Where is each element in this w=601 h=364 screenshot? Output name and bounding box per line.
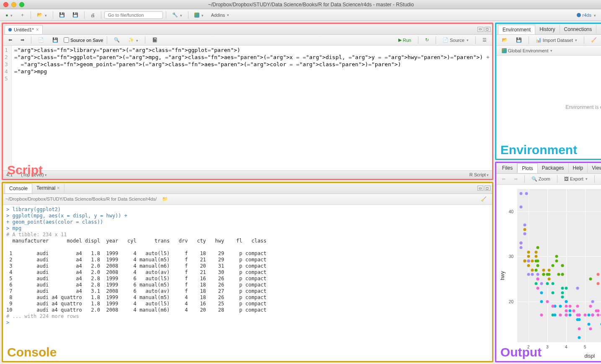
data-point xyxy=(565,287,567,289)
data-point xyxy=(519,192,522,195)
compile-report-button[interactable]: 📓 xyxy=(149,36,161,44)
clear-workspace-button[interactable]: 🧹 xyxy=(588,36,600,44)
scope-selector[interactable]: (Top Level) xyxy=(21,172,46,177)
data-point xyxy=(534,250,537,253)
data-point xyxy=(548,268,551,271)
window-title: ~/Dropbox/Dropbox/STUDY/Data Science/Boo… xyxy=(24,2,598,8)
data-point xyxy=(578,314,581,317)
plot-prev-button[interactable]: ⬅ xyxy=(499,175,508,183)
data-point xyxy=(527,260,530,263)
data-point xyxy=(534,282,537,285)
tab-plots[interactable]: Plots xyxy=(517,163,538,173)
project-selector[interactable]: r4ds xyxy=(574,12,598,18)
data-point xyxy=(531,268,534,271)
x-tick: 5 xyxy=(584,345,586,349)
back-button[interactable]: ⬅ xyxy=(5,36,15,44)
data-point xyxy=(565,309,567,312)
close-tab-button[interactable]: × xyxy=(36,27,39,33)
data-point xyxy=(561,264,564,267)
tab-git[interactable]: Git xyxy=(596,25,601,34)
plot-next-button[interactable]: ➡ xyxy=(511,175,521,183)
window-close-button[interactable] xyxy=(3,2,8,7)
data-point xyxy=(589,305,592,307)
load-workspace-button[interactable]: 📂 xyxy=(499,36,511,44)
r-env-icon xyxy=(502,48,507,53)
remove-plot-button[interactable]: ⊘ xyxy=(598,175,601,183)
tab-connections[interactable]: Connections xyxy=(560,25,597,34)
console-output[interactable]: > library(ggplot2) > ggplot(mpg, aes(x =… xyxy=(3,205,492,361)
tab-packages[interactable]: Packages xyxy=(538,163,569,173)
env-scope-selector[interactable]: Global Environment xyxy=(499,47,556,54)
export-button[interactable]: 🖼 Export xyxy=(561,175,591,183)
data-point xyxy=(568,309,571,312)
data-point xyxy=(589,278,592,281)
save-workspace-button[interactable]: 💾 xyxy=(513,36,525,44)
data-point xyxy=(546,282,549,285)
save-button[interactable]: 💾 xyxy=(56,11,68,19)
code-tools-button[interactable]: ✨ xyxy=(125,36,141,44)
source-file-tab[interactable]: Untitled1*× xyxy=(5,25,43,34)
r-project-icon xyxy=(577,13,581,17)
tab-terminal[interactable]: Terminal × xyxy=(32,183,64,193)
script-pane: Untitled1*× ▭ ◻ ⬅ ➡ 📄 💾 Source on Save 🔍… xyxy=(2,23,493,180)
source-on-save-checkbox[interactable]: Source on Save xyxy=(64,37,103,43)
tab-console[interactable]: Console xyxy=(5,183,32,193)
find-button[interactable]: 🔍 xyxy=(111,36,123,44)
data-point xyxy=(525,192,528,195)
save-all-button[interactable]: 💾 xyxy=(70,11,81,19)
data-point xyxy=(561,287,564,289)
tab-files[interactable]: Files xyxy=(498,163,517,173)
data-point xyxy=(597,309,600,312)
show-document-button[interactable]: 📄 xyxy=(35,36,47,44)
source-button[interactable]: 📄 Source xyxy=(440,36,472,44)
env-empty-message: Environment is empty xyxy=(496,56,601,159)
minimize-pane-button[interactable]: ▭ xyxy=(477,27,483,32)
environment-pane: EnvironmentHistoryConnectionsGit▭◻ 📂 💾 📊… xyxy=(495,23,601,160)
tab-environment[interactable]: Environment xyxy=(498,25,535,34)
zoom-button[interactable]: 🔍 Zoom xyxy=(529,175,553,183)
window-minimize-button[interactable] xyxy=(11,2,16,7)
run-button[interactable]: ▶ Run xyxy=(395,36,414,44)
data-point xyxy=(546,300,549,303)
tab-help[interactable]: Help xyxy=(569,163,588,173)
maximize-pane-button[interactable]: ◻ xyxy=(485,27,490,32)
data-point xyxy=(540,291,543,294)
new-project-button[interactable]: ＋ xyxy=(17,10,28,19)
data-point xyxy=(537,264,539,267)
data-point xyxy=(552,305,555,307)
import-dataset-button[interactable]: 📊 Import Dataset xyxy=(533,36,580,44)
print-button[interactable]: 🖨 xyxy=(88,11,98,19)
data-point xyxy=(519,242,522,245)
code-editor[interactable]: 12345 ="arg">class="fn">library="paren">… xyxy=(3,46,492,170)
tools-button[interactable]: 🔧 xyxy=(169,11,185,19)
new-file-button[interactable]: ● xyxy=(3,11,15,19)
minimize-pane-button[interactable]: ▭ xyxy=(477,186,483,191)
maximize-pane-button[interactable]: ◻ xyxy=(485,186,490,191)
data-point xyxy=(568,305,571,307)
tab-viewer[interactable]: Viewer xyxy=(588,163,601,173)
forward-button[interactable]: ➡ xyxy=(18,36,27,44)
open-file-button[interactable]: 📂 xyxy=(34,11,50,19)
data-point xyxy=(578,318,581,321)
save-source-button[interactable]: 💾 xyxy=(49,36,61,44)
r-file-icon xyxy=(8,28,12,31)
data-point xyxy=(527,250,530,253)
data-point xyxy=(553,314,556,317)
browse-dir-button[interactable]: 📁 xyxy=(159,195,171,203)
data-point xyxy=(597,273,600,276)
tab-history[interactable]: History xyxy=(535,25,560,34)
addins-button[interactable]: Addins xyxy=(208,11,232,19)
rerun-button[interactable]: ↻ xyxy=(422,36,432,44)
build-button[interactable] xyxy=(191,11,206,19)
package-icon xyxy=(194,13,199,18)
window-zoom-button[interactable] xyxy=(19,2,24,7)
data-point xyxy=(540,300,543,303)
file-type-selector[interactable]: R Script xyxy=(469,172,489,177)
data-point xyxy=(555,255,558,258)
outline-button[interactable]: ☰ xyxy=(480,36,490,44)
goto-file-input[interactable] xyxy=(104,11,163,19)
data-point xyxy=(565,305,567,307)
clear-console-button[interactable]: 🧹 xyxy=(478,195,490,203)
plot-viewer: hwy displ class 2seatercompactmidsizemin… xyxy=(496,185,601,361)
data-point xyxy=(523,232,526,235)
